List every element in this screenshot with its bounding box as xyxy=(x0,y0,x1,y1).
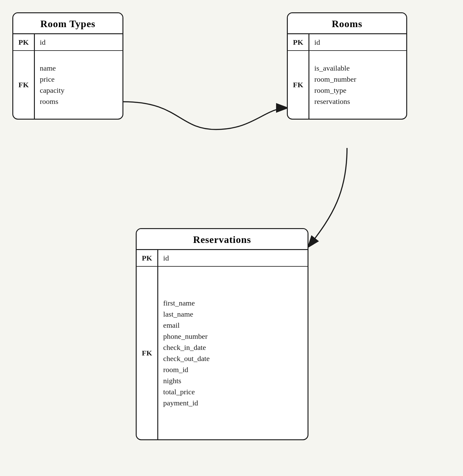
reservations-table: Reservations PK id FK first_name last_na… xyxy=(136,228,308,440)
rooms-table: Rooms PK id FK is_available room_number … xyxy=(287,12,407,120)
field-capacity: capacity xyxy=(40,85,64,96)
field-id: id xyxy=(163,252,169,264)
pk-fields: id xyxy=(35,34,122,50)
fk-fields: first_name last_name email phone_number … xyxy=(158,267,308,439)
field-last-name: last_name xyxy=(163,309,193,320)
fk-fields: name price capacity rooms xyxy=(35,51,122,119)
fk-label: FK xyxy=(137,267,158,439)
field-is-available: is_available xyxy=(314,63,350,74)
rooms-title: Rooms xyxy=(288,13,406,34)
rooms-body: PK id FK is_available room_number room_t… xyxy=(288,34,406,119)
field-nights: nights xyxy=(163,375,181,386)
field-rooms: rooms xyxy=(40,96,58,107)
pk-label: PK xyxy=(137,250,158,266)
field-payment-id: payment_id xyxy=(163,397,198,408)
table-row: FK first_name last_name email phone_numb… xyxy=(137,267,308,439)
field-name: name xyxy=(40,63,56,74)
field-email: email xyxy=(163,320,180,331)
field-total-price: total_price xyxy=(163,386,195,397)
field-room-number: room_number xyxy=(314,74,356,85)
table-row: FK is_available room_number room_type re… xyxy=(288,51,406,119)
field-id: id xyxy=(314,37,320,48)
field-first-name: first_name xyxy=(163,298,195,309)
field-check-out-date: check_out_date xyxy=(163,353,210,364)
room-types-title: Room Types xyxy=(13,13,122,34)
table-row: PK id xyxy=(13,34,122,51)
pk-fields: id xyxy=(309,34,406,50)
pk-fields: id xyxy=(158,250,308,266)
field-id: id xyxy=(40,37,46,48)
room-types-body: PK id FK name price capacity rooms xyxy=(13,34,122,119)
table-row: PK id xyxy=(288,34,406,51)
fk-fields: is_available room_number room_type reser… xyxy=(309,51,406,119)
reservations-body: PK id FK first_name last_name email phon… xyxy=(137,250,308,439)
field-room-type: room_type xyxy=(314,85,346,96)
field-reservations: reservations xyxy=(314,96,350,107)
diagram-canvas: Room Types PK id FK name price capacity … xyxy=(0,0,463,476)
table-row: FK name price capacity rooms xyxy=(13,51,122,119)
pk-label: PK xyxy=(13,34,35,50)
fk-label: FK xyxy=(13,51,35,119)
room-types-table: Room Types PK id FK name price capacity … xyxy=(12,12,123,120)
field-price: price xyxy=(40,74,55,85)
pk-label: PK xyxy=(288,34,309,50)
table-row: PK id xyxy=(137,250,308,267)
field-check-in-date: check_in_date xyxy=(163,342,206,353)
fk-label: FK xyxy=(288,51,309,119)
field-phone-number: phone_number xyxy=(163,331,208,342)
field-room-id: room_id xyxy=(163,364,188,375)
reservations-title: Reservations xyxy=(137,229,308,250)
